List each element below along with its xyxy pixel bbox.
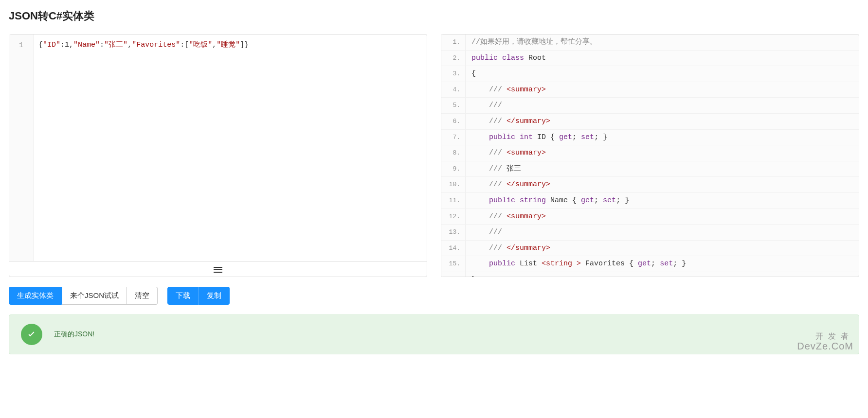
output-line-content: } <box>466 272 476 277</box>
output-line-content: /// </summary> <box>466 177 550 192</box>
output-line-number: 11. <box>441 193 466 209</box>
output-line: 12. /// <summary> <box>441 209 859 225</box>
output-line: 1.//如果好用，请收藏地址，帮忙分享。 <box>441 35 859 51</box>
output-line: 13. /// <box>441 225 859 241</box>
input-line-number: 1 <box>9 39 33 51</box>
output-line-content: public List <string > Favorites { get; s… <box>466 256 686 272</box>
sample-json-button[interactable]: 来个JSON试试 <box>62 287 127 305</box>
output-line: 2.public class Root <box>441 51 859 67</box>
output-line-content: /// </summary> <box>466 241 550 256</box>
output-line-number: 1. <box>441 35 466 50</box>
output-line-number: 4. <box>441 82 466 98</box>
output-line-content: /// 张三 <box>466 161 521 177</box>
output-line-content: /// <box>466 225 506 240</box>
output-line-content: public string Name { get; set; } <box>466 193 629 209</box>
output-line-content: { <box>466 66 476 82</box>
json-input-content[interactable]: {"ID":1,"Name":"张三","Favorites":["吃饭","睡… <box>34 35 427 261</box>
output-line-content: /// <summary> <box>466 145 546 161</box>
output-line: 5. /// <box>441 98 859 114</box>
output-line-number: 13. <box>441 225 466 240</box>
download-button[interactable]: 下载 <box>167 287 199 305</box>
output-line: 3.{ <box>441 66 859 82</box>
output-line-number: 9. <box>441 161 466 177</box>
output-line-content: public int ID { get; set; } <box>466 130 607 145</box>
output-line-number: 14. <box>441 241 466 256</box>
json-input-editor[interactable]: 1 {"ID":1,"Name":"张三","Favorites":["吃饭",… <box>9 34 427 277</box>
input-gutter: 1 <box>9 35 34 261</box>
csharp-output-editor[interactable]: 1.//如果好用，请收藏地址，帮忙分享。2.public class Root3… <box>441 34 859 277</box>
output-line-number: 2. <box>441 51 466 66</box>
clear-button[interactable]: 清空 <box>127 287 158 305</box>
output-line-content: //如果好用，请收藏地址，帮忙分享。 <box>466 35 597 50</box>
output-line-number: 12. <box>441 209 466 225</box>
check-circle-icon <box>21 324 42 345</box>
output-line-number: 7. <box>441 130 466 145</box>
output-line: 10. /// </summary> <box>441 177 859 193</box>
output-line: 15. public List <string > Favorites { ge… <box>441 256 859 272</box>
output-line-content: /// <box>466 98 506 113</box>
output-line-number: 5. <box>441 98 466 113</box>
output-line-number: 3. <box>441 66 466 82</box>
output-line: 6. /// </summary> <box>441 114 859 130</box>
page-title: JSON转C#实体类 <box>9 9 859 23</box>
output-line: 8. /// <summary> <box>441 145 859 161</box>
validation-alert: 正确的JSON! <box>9 314 859 354</box>
hamburger-icon <box>214 266 222 273</box>
output-line-number: 10. <box>441 177 466 192</box>
output-line: 14. /// </summary> <box>441 241 859 257</box>
output-line-number: 8. <box>441 145 466 161</box>
output-line: 11. public string Name { get; set; } <box>441 193 859 209</box>
alert-message: 正确的JSON! <box>54 330 94 339</box>
output-line-content: /// <summary> <box>466 82 546 98</box>
output-line: 16.} <box>441 272 859 277</box>
output-line-number: 16. <box>441 272 466 277</box>
output-line: 7. public int ID { get; set; } <box>441 130 859 146</box>
generate-button[interactable]: 生成实体类 <box>9 287 62 305</box>
output-line-number: 15. <box>441 256 466 272</box>
output-line-content: /// <summary> <box>466 209 546 225</box>
copy-button[interactable]: 复制 <box>199 287 230 305</box>
output-line: 9. /// 张三 <box>441 161 859 177</box>
output-line-content: public class Root <box>466 51 546 66</box>
output-line: 4. /// <summary> <box>441 82 859 98</box>
output-line-number: 6. <box>441 114 466 129</box>
editor-menu-button[interactable] <box>9 261 427 277</box>
output-line-content: /// </summary> <box>466 114 550 129</box>
